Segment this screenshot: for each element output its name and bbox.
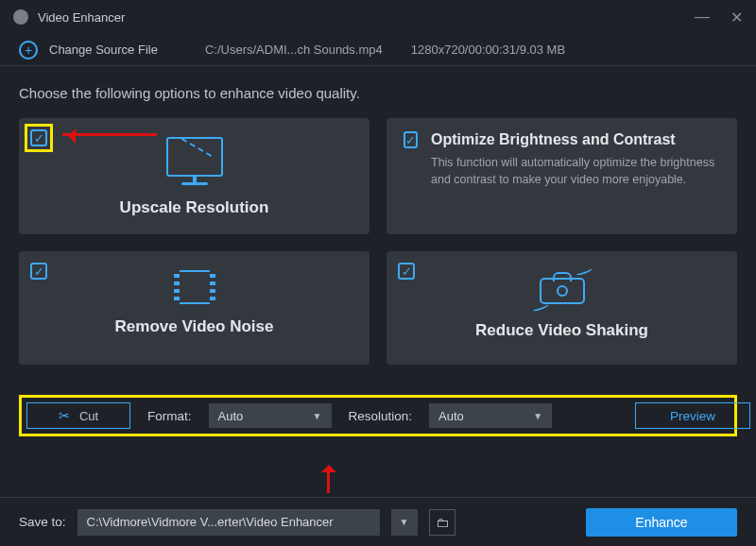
checkbox-shaking[interactable] [398,263,415,280]
browse-folder-button[interactable]: 🗀 [429,509,455,536]
source-file-info: 1280x720/00:00:31/9.03 MB [411,43,565,57]
app-icon [13,9,28,25]
close-button[interactable]: ✕ [730,9,743,26]
save-path-value: C:\Vidmore\Vidmore V...erter\Video Enhan… [87,515,334,529]
card-brightness-contrast[interactable]: Optimize Brightness and Contrast This fu… [387,118,737,234]
camera-shake-icon [536,270,589,308]
resolution-value: Auto [438,409,464,423]
card-title-shaking: Reduce Video Shaking [404,321,720,340]
cut-button-label: Cut [79,409,98,423]
resolution-label: Resolution: [349,409,413,423]
chevron-down-icon: ▼ [533,411,542,421]
card-remove-noise[interactable]: Remove Video Noise [19,251,369,365]
checkbox-brightness[interactable] [404,131,418,148]
annotation-arrow-left [62,133,157,136]
save-to-label: Save to: [19,515,66,529]
minimize-button[interactable]: — [695,9,710,26]
chevron-down-icon: ▼ [313,411,322,421]
card-upscale-resolution[interactable]: Upscale Resolution [19,118,369,234]
add-source-icon[interactable]: + [19,41,38,60]
enhance-button[interactable]: Enhance [586,508,737,537]
cut-button[interactable]: ✂ Cut [26,402,130,429]
title-bar: Video Enhancer — ✕ [0,0,756,34]
card-title-noise: Remove Video Noise [36,317,352,336]
annotation-highlight-box [25,124,53,152]
card-reduce-shaking[interactable]: Reduce Video Shaking [387,251,737,365]
app-title: Video Enhancer [38,10,125,25]
source-file-row: + Change Source File C:/Users/ADMI...ch … [0,34,756,66]
format-label: Format: [147,409,192,423]
main-content: Choose the following options to enhance … [0,66,756,374]
source-file-path: C:/Users/ADMI...ch Sounds.mp4 [205,43,383,57]
save-path-field[interactable]: C:\Vidmore\Vidmore V...erter\Video Enhan… [77,509,380,536]
film-icon [174,270,215,304]
card-title-upscale: Upscale Resolution [36,198,352,217]
preview-button[interactable]: Preview [635,402,750,429]
format-select[interactable]: Auto ▼ [209,403,332,428]
save-row: Save to: C:\Vidmore\Vidmore V...erter\Vi… [0,497,756,546]
options-toolbar: ✂ Cut Format: Auto ▼ Resolution: Auto ▼ … [19,395,737,436]
change-source-link[interactable]: Change Source File [49,43,158,57]
monitor-icon [166,137,223,185]
checkbox-noise[interactable] [30,263,47,280]
resolution-select[interactable]: Auto ▼ [429,403,552,428]
scissors-icon: ✂ [59,408,70,423]
format-value: Auto [218,409,244,423]
card-title-brightness: Optimize Brightness and Contrast [431,131,720,148]
save-path-dropdown[interactable]: ▼ [391,509,418,536]
card-desc-brightness: This function will automatically optimiz… [431,154,720,188]
instruction-text: Choose the following options to enhance … [19,85,737,101]
folder-icon: 🗀 [436,515,449,530]
